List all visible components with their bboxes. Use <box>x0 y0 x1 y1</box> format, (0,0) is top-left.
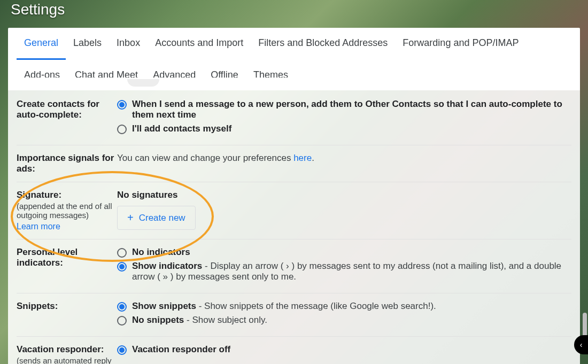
tab-accounts-import[interactable]: Accounts and Import <box>148 28 251 60</box>
show-snippets-bold: Show snippets <box>132 301 196 311</box>
signature-label-text: Signature: <box>17 190 61 200</box>
label-snippets: Snippets: <box>17 301 117 329</box>
row-snippets: Snippets: Show snippets - Show snippets … <box>17 293 571 337</box>
create-new-signature-button[interactable]: + Create new <box>117 206 196 230</box>
row-create-contacts: Create contacts for auto-complete: When … <box>17 78 571 145</box>
radio-vacation-off-label: Vacation responder off <box>132 344 571 355</box>
row-signature: Signature: (appended at the end of all o… <box>17 182 571 239</box>
label-create-contacts: Create contacts for auto-complete: <box>17 99 117 137</box>
ads-here-link[interactable]: here <box>293 153 312 163</box>
no-signatures-text: No signatures <box>117 190 571 200</box>
signature-sub: (appended at the end of all outgoing mes… <box>17 202 117 220</box>
radio-no-indicators[interactable] <box>117 248 127 258</box>
tab-forwarding-pop-imap[interactable]: Forwarding and POP/IMAP <box>395 28 526 60</box>
radio-contacts-auto-label: When I send a message to a new person, a… <box>132 99 571 120</box>
tab-labels[interactable]: Labels <box>66 28 109 60</box>
vacation-sub: (sends an automated reply <box>17 356 117 364</box>
label-ads: Importance signals for ads: <box>17 153 117 174</box>
tab-filters-blocked[interactable]: Filters and Blocked Addresses <box>251 28 395 60</box>
radio-no-indicators-label: No indicators <box>132 247 571 258</box>
label-vacation: Vacation responder: (sends an automated … <box>17 344 117 364</box>
ads-text-after: . <box>312 153 314 163</box>
row-ads: Importance signals for ads: You can view… <box>17 145 571 182</box>
radio-show-indicators[interactable] <box>117 262 127 272</box>
radio-vacation-off[interactable] <box>117 345 127 355</box>
tab-inbox[interactable]: Inbox <box>109 28 148 60</box>
vacation-label-text: Vacation responder: <box>17 344 104 354</box>
radio-no-snippets-label: No snippets - Show subject only. <box>132 315 571 326</box>
radio-contacts-manual-label: I'll add contacts myself <box>132 123 571 134</box>
signature-learn-more-link[interactable]: Learn more <box>17 222 117 231</box>
ads-text-before: You can view and change your preferences <box>117 153 293 163</box>
radio-show-indicators-label: Show indicators - Display an arrow ( › )… <box>132 261 571 282</box>
row-indicators: Personal level indicators: No indicators… <box>17 239 571 293</box>
radio-contacts-manual[interactable] <box>117 125 127 134</box>
no-snippets-bold: No snippets <box>132 315 184 325</box>
label-indicators: Personal level indicators: <box>17 247 117 285</box>
page-title: Settings <box>11 1 65 18</box>
show-indicators-bold: Show indicators <box>132 261 202 271</box>
settings-body: Create contacts for auto-complete: When … <box>8 78 580 364</box>
create-new-label: Create new <box>139 213 185 223</box>
radio-contacts-auto[interactable] <box>117 100 127 110</box>
radio-show-snippets[interactable] <box>117 302 127 312</box>
ads-text: You can view and change your preferences… <box>117 153 571 174</box>
no-snippets-rest: - Show subject only. <box>184 315 267 325</box>
chevron-left-icon: ‹ <box>580 340 583 349</box>
label-signature: Signature: (appended at the end of all o… <box>17 190 117 231</box>
tab-general[interactable]: General <box>17 28 66 60</box>
row-vacation: Vacation responder: (sends an automated … <box>17 337 571 364</box>
show-snippets-rest: - Show snippets of the message (like Goo… <box>196 301 436 311</box>
plus-icon: + <box>127 212 134 224</box>
radio-show-snippets-label: Show snippets - Show snippets of the mes… <box>132 301 571 312</box>
radio-no-snippets[interactable] <box>117 316 127 326</box>
